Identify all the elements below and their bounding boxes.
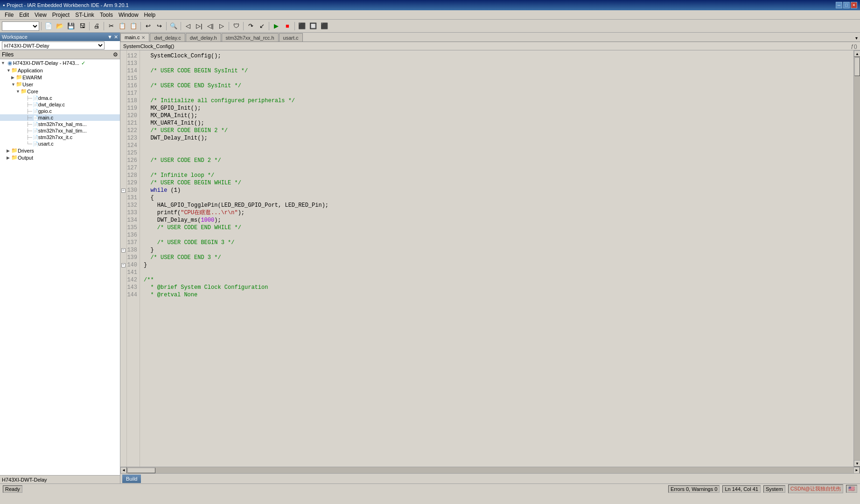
workspace-pin-button[interactable]: ▼ <box>107 34 112 40</box>
tree-output[interactable]: ▶ 📁 Output <box>0 154 120 161</box>
toolbar-config-select[interactable] <box>2 21 39 31</box>
print-button[interactable]: 🖨 <box>91 21 102 31</box>
tab-stm32-hal-rcc-h-label: stm32h7xx_hal_rcc.h <box>226 35 274 41</box>
toolbar-sep-3 <box>104 22 104 30</box>
main-file-icon: 📄 <box>33 115 38 120</box>
menu-view[interactable]: View <box>32 11 49 19</box>
gutter-line <box>120 112 126 119</box>
stm32-hal-ms-icon: 📄 <box>33 122 38 127</box>
line-numbers: 1121131141151161171181191201211221231241… <box>127 50 140 467</box>
search-button[interactable]: 🔍 <box>168 21 179 31</box>
debug-chip-button[interactable]: 🔲 <box>308 21 318 31</box>
cut-button[interactable]: ✂ <box>106 21 116 31</box>
tree-dma-c[interactable]: ▶ ├─ 📄 dma.c <box>0 95 120 101</box>
collapse-jsdoc-button[interactable]: − <box>121 263 126 267</box>
menu-tools[interactable]: Tools <box>97 11 116 19</box>
hscroll-left-button[interactable]: ◄ <box>120 467 127 474</box>
tree-gpio-c[interactable]: ▶ ├─ 📄 gpio.c <box>0 108 120 114</box>
tree-usart-c[interactable]: ▶ └─ 📄 usart.c <box>0 140 120 147</box>
nav-next-step-button[interactable]: ▷| <box>194 21 204 31</box>
vscroll-thumb[interactable] <box>854 57 860 76</box>
hscroll-track[interactable] <box>127 467 853 474</box>
vscroll-down-button[interactable]: ▼ <box>854 460 860 467</box>
tree-stm32-hal-ms[interactable]: ▶ ├─ 📄 stm32h7xx_hal_ms... <box>0 121 120 127</box>
line-num-121: 121 <box>127 119 139 127</box>
step-over-button[interactable]: ↷ <box>245 21 256 31</box>
save-button[interactable]: 💾 <box>66 21 76 31</box>
line-num-136: 136 <box>127 231 139 239</box>
code-editor[interactable]: − − − 112113114115 <box>120 50 860 467</box>
nav-right-button[interactable]: ▷ <box>217 21 227 31</box>
bottom-panel-label[interactable]: Build <box>122 475 141 483</box>
build-chip-button[interactable]: ⬛ <box>297 21 307 31</box>
flash-button[interactable]: ⬛ <box>319 21 329 31</box>
line-num-134: 134 <box>127 217 139 224</box>
tree-user[interactable]: ▼ 📁 User <box>0 81 120 88</box>
files-gear-button[interactable]: ⚙ <box>113 51 118 58</box>
shield-button[interactable]: 🛡 <box>231 21 241 31</box>
code-line-5: /* USER CODE END SysInit */ <box>144 82 850 90</box>
menu-file[interactable]: File <box>2 11 16 19</box>
vscroll-up-button[interactable]: ▲ <box>854 50 860 57</box>
redo-button[interactable]: ↪ <box>154 21 164 31</box>
line-num-123: 123 <box>127 134 139 142</box>
status-bar: Ready Errors 0, Warnings 0 Ln 144, Col 4… <box>0 483 860 494</box>
tree-root[interactable]: ▼ ◉ H743XI-DWT-Delay - H743... ✓ <box>0 59 120 67</box>
tab-stm32-hal-rcc-h[interactable]: stm32h7xx_hal_rcc.h <box>222 33 279 42</box>
hscroll-thumb[interactable] <box>127 468 155 473</box>
paste-button[interactable]: 📋 <box>128 21 139 31</box>
code-content[interactable]: SystemClock_Config(); /* USER CODE BEGIN… <box>140 50 853 467</box>
gutter-line <box>120 217 126 224</box>
gutter-collapse-jsdoc[interactable]: − <box>120 261 126 269</box>
nav-back-button[interactable]: ◁ <box>183 21 193 31</box>
drivers-arrow: ▶ <box>7 148 11 153</box>
hscroll-right-button[interactable]: ► <box>853 467 860 474</box>
stm32-it-icon: 📄 <box>33 135 38 140</box>
tree-ewarm[interactable]: ▶ 📁 EWARM <box>0 74 120 81</box>
tree-stm32-hal-tim[interactable]: ▶ ├─ 📄 stm32h7xx_hal_tim... <box>0 127 120 134</box>
tree-stm32-it-c[interactable]: ▶ ├─ 📄 stm32h7xx_it.c <box>0 134 120 140</box>
open-file-button[interactable]: 📂 <box>55 21 65 31</box>
code-line-32: * @brief System Clock Configuration <box>144 284 850 291</box>
tab-main-c[interactable]: main.c ✕ <box>120 33 149 42</box>
close-button[interactable]: ✕ <box>851 2 857 8</box>
new-file-button[interactable]: 📄 <box>43 21 54 31</box>
tab-dwt-delay-c[interactable]: dwt_delay.c <box>150 33 185 42</box>
copy-button[interactable]: 📋 <box>117 21 127 31</box>
save-all-button[interactable]: 🖫 <box>77 21 87 31</box>
menu-project[interactable]: Project <box>49 11 72 19</box>
minimize-button[interactable]: ─ <box>836 2 842 8</box>
stop-button[interactable]: ■ <box>282 21 293 31</box>
tree-application[interactable]: ▼ 📁 Application <box>0 67 120 74</box>
tree-dwt-delay-c[interactable]: ▶ ├─ 📄 dwt_delay.c <box>0 101 120 108</box>
gutter-collapse-while[interactable]: − <box>120 187 126 194</box>
menu-stlink[interactable]: ST-Link <box>72 11 97 19</box>
status-right: Errors 0, Warnings 0 Ln 144, Col 41 Syst… <box>668 484 857 493</box>
gutter-collapse-end[interactable]: − <box>120 246 126 254</box>
line-num-139: 139 <box>127 254 139 261</box>
tab-usart-c[interactable]: usart.c <box>279 33 303 42</box>
maximize-button[interactable]: □ <box>843 2 850 8</box>
tree-drivers[interactable]: ▶ 📁 Drivers <box>0 147 120 154</box>
workspace-close-button[interactable]: ✕ <box>114 34 118 40</box>
nav-left-button[interactable]: ◁| <box>205 21 216 31</box>
menu-window[interactable]: Window <box>116 11 141 19</box>
collapse-end-button[interactable]: − <box>121 248 126 252</box>
tree-core[interactable]: ▼ 📁 Core <box>0 88 120 95</box>
step-into-button[interactable]: ↙ <box>257 21 267 31</box>
workspace-config-select[interactable]: H743XI-DWT-Delay <box>2 42 105 49</box>
vscroll-track[interactable] <box>854 57 860 460</box>
status-flag: 🇺🇸 <box>846 485 857 493</box>
tree-main-c[interactable]: ▶ ├─ 📄 main.c <box>0 114 120 121</box>
menu-edit[interactable]: Edit <box>16 11 32 19</box>
usart-file-icon: 📄 <box>33 141 38 147</box>
undo-button[interactable]: ↩ <box>143 21 153 31</box>
toolbar-sep-2 <box>89 22 90 30</box>
tab-main-c-close[interactable]: ✕ <box>141 35 145 40</box>
run-button[interactable]: ▶ <box>271 21 281 31</box>
menu-help[interactable]: Help <box>141 11 159 19</box>
output-folder-icon: 📁 <box>11 154 18 161</box>
collapse-while-button[interactable]: − <box>121 189 126 193</box>
tab-dwt-delay-h[interactable]: dwt_delay.h <box>186 33 221 42</box>
tab-scroll-button[interactable]: ▾ <box>853 34 860 42</box>
